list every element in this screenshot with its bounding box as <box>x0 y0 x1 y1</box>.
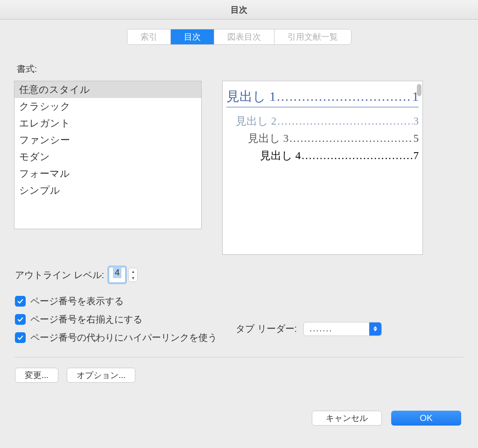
preview-h4-dots: ........................................… <box>302 150 412 162</box>
preview-h1-label: 見出し 1 <box>226 88 276 105</box>
dialog-title: 目次 <box>0 0 478 20</box>
style-listbox[interactable]: 任意のスタイル クラシック エレガント ファンシー モダン フォーマル シンプル <box>14 81 202 229</box>
style-item-elegant[interactable]: エレガント <box>14 115 201 132</box>
stepper-down-icon[interactable]: ▼ <box>129 275 137 282</box>
tab-leader-select[interactable]: ....... <box>303 322 382 336</box>
checkmark-icon <box>15 314 26 325</box>
stepper-up-icon[interactable]: ▲ <box>129 268 137 275</box>
checkbox-label: ページ番号の代わりにハイパーリンクを使う <box>30 331 217 344</box>
preview-h1-dots: ........................................… <box>277 89 411 104</box>
preview-heading-3: 見出し 3 ..................................… <box>226 131 419 146</box>
style-item-classic[interactable]: クラシック <box>14 98 201 115</box>
outline-level-stepper[interactable]: 4 ▲ ▼ <box>109 267 138 283</box>
checkbox-right-align[interactable]: ページ番号を右揃えにする <box>15 313 217 326</box>
style-item-modern[interactable]: モダン <box>14 148 201 165</box>
dropdown-caret-icon <box>369 322 381 336</box>
cancel-button[interactable]: キャンセル <box>312 411 382 426</box>
checkmark-icon <box>15 332 26 343</box>
checkbox-hyperlinks[interactable]: ページ番号の代わりにハイパーリンクを使う <box>15 331 217 344</box>
checkbox-label: ページ番号を右揃えにする <box>30 313 142 326</box>
modify-button[interactable]: 変更... <box>15 368 58 383</box>
tab-leader-value: ....... <box>309 324 332 334</box>
tab-bar: 索引 目次 図表目次 引用文献一覧 <box>127 29 351 45</box>
preview-h3-label: 見出し 3 <box>248 131 288 146</box>
tab-index[interactable]: 索引 <box>127 29 171 44</box>
style-item-arbitrary[interactable]: 任意のスタイル <box>14 81 201 98</box>
format-label: 書式: <box>17 63 464 75</box>
preview-h2-dots: ........................................… <box>277 115 412 127</box>
style-item-simple[interactable]: シンプル <box>14 182 201 199</box>
preview-h3-page: 5 <box>414 133 419 145</box>
outline-level-input[interactable]: 4 <box>109 267 126 283</box>
preview-heading-2: 見出し 2 ..................................… <box>226 114 419 128</box>
preview-h3-dots: ........................................… <box>289 133 412 145</box>
tab-toc[interactable]: 目次 <box>171 29 214 44</box>
style-item-formal[interactable]: フォーマル <box>14 165 201 182</box>
preview-h4-page: 7 <box>414 150 419 162</box>
checkbox-show-page-numbers[interactable]: ページ番号を表示する <box>15 295 217 308</box>
preview-h2-page: 3 <box>414 115 419 127</box>
tab-leader-label: タブ リーダー: <box>236 322 297 335</box>
options-button[interactable]: オプション... <box>67 368 135 383</box>
checkmark-icon <box>15 296 26 307</box>
preview-h4-label: 見出し 4 <box>260 148 301 163</box>
divider <box>14 357 464 357</box>
tab-citations[interactable]: 引用文献一覧 <box>274 29 351 44</box>
preview-heading-1: 見出し 1 ..................................… <box>226 88 419 107</box>
tab-figures[interactable]: 図表目次 <box>214 29 274 44</box>
preview-heading-4: 見出し 4 ..................................… <box>226 148 419 163</box>
ok-button[interactable]: OK <box>391 411 461 426</box>
preview-h2-label: 見出し 2 <box>236 114 276 128</box>
outline-level-label: アウトライン レベル: <box>15 269 104 281</box>
preview-pane: 見出し 1 ..................................… <box>222 81 423 255</box>
preview-scrollbar[interactable] <box>417 84 422 96</box>
checkbox-label: ページ番号を表示する <box>30 295 124 308</box>
style-item-fancy[interactable]: ファンシー <box>14 132 201 148</box>
